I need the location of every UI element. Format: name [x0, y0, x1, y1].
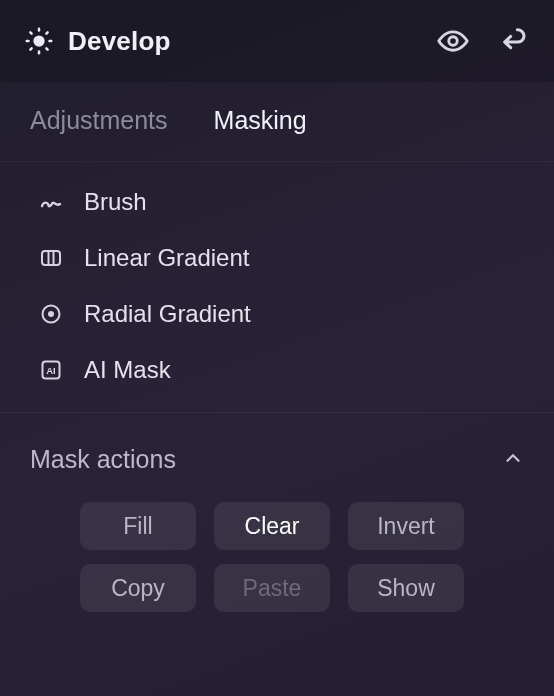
- page-title: Develop: [68, 26, 171, 57]
- fill-button[interactable]: Fill: [80, 502, 196, 550]
- undo-icon[interactable]: [498, 25, 530, 57]
- mask-type-linear-label: Linear Gradient: [84, 244, 249, 272]
- svg-line-6: [46, 48, 47, 49]
- radial-gradient-icon: [38, 301, 64, 327]
- svg-line-5: [30, 32, 31, 33]
- svg-point-14: [48, 311, 54, 317]
- mask-type-ai-mask[interactable]: AI AI Mask: [38, 356, 516, 384]
- header-title-wrap: Develop: [24, 26, 436, 57]
- tab-adjustments[interactable]: Adjustments: [30, 106, 168, 135]
- chevron-up-icon: [502, 447, 524, 473]
- header-actions: [436, 24, 530, 58]
- ai-mask-icon: AI: [38, 357, 64, 383]
- mask-type-ai-label: AI Mask: [84, 356, 171, 384]
- preview-eye-icon[interactable]: [436, 24, 470, 58]
- mask-type-radial-gradient[interactable]: Radial Gradient: [38, 300, 516, 328]
- svg-line-8: [46, 32, 47, 33]
- mask-type-linear-gradient[interactable]: Linear Gradient: [38, 244, 516, 272]
- develop-header: Develop: [0, 0, 554, 82]
- mask-actions-grid: Fill Clear Invert Copy Paste Show: [0, 488, 554, 612]
- svg-point-0: [33, 35, 44, 46]
- paste-button: Paste: [214, 564, 330, 612]
- brush-icon: [38, 189, 64, 215]
- invert-button[interactable]: Invert: [348, 502, 464, 550]
- mask-actions-title: Mask actions: [30, 445, 176, 474]
- mask-actions-header[interactable]: Mask actions: [0, 413, 554, 488]
- mask-type-brush[interactable]: Brush: [38, 188, 516, 216]
- develop-sun-icon: [24, 26, 54, 56]
- show-button[interactable]: Show: [348, 564, 464, 612]
- tab-masking[interactable]: Masking: [214, 106, 307, 135]
- mask-types-list: Brush Linear Gradient Radial Gradient AI: [0, 162, 554, 413]
- clear-button[interactable]: Clear: [214, 502, 330, 550]
- svg-rect-10: [42, 251, 60, 265]
- tabs-row: Adjustments Masking: [0, 82, 554, 162]
- mask-type-brush-label: Brush: [84, 188, 147, 216]
- linear-gradient-icon: [38, 245, 64, 271]
- mask-type-radial-label: Radial Gradient: [84, 300, 251, 328]
- svg-text:AI: AI: [46, 365, 56, 376]
- copy-button[interactable]: Copy: [80, 564, 196, 612]
- svg-line-7: [30, 48, 31, 49]
- svg-point-9: [449, 37, 458, 46]
